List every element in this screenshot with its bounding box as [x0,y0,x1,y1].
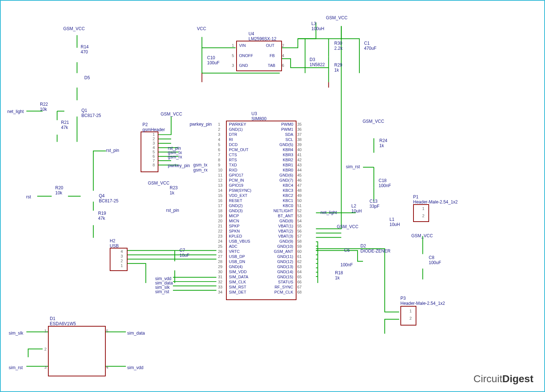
u3-pin-64: 64 [297,270,302,274]
u3-pinname-51: KBC0 [266,203,293,208]
val-R23: 1k [170,190,174,195]
val-L2: 10uH [351,209,362,214]
u3-pin-66: 66 [297,280,302,284]
comp-H2 [110,248,128,271]
logo: CircuitDigest [473,373,533,385]
u3-pin-9: 9 [218,163,220,167]
u3-pinname-68: PCM_CLK [266,290,293,294]
u3-pinname-53: BT_ANT [266,214,293,218]
u3-pinname-42: KBR2 [266,158,293,162]
u3-pin-37: 37 [297,132,302,137]
u3-pin-35: 35 [297,122,302,126]
u3-pin-42: 42 [297,158,302,162]
u3-pinname-29: GND(4) [229,264,243,269]
u3-pinname-39: GND(5) [266,142,293,147]
u3-pin-32: 32 [218,280,222,284]
u3-pin-34: 34 [218,290,222,294]
u3-pin-16: 16 [218,198,222,203]
u3-pin-40: 40 [297,147,302,152]
val-R20: 10k [55,190,62,195]
u3-pin-2: 2 [218,127,220,132]
net-pwrkey-1: pwrkey_pin [168,163,190,168]
ref-R19: R19 [98,211,106,216]
u3-pinname-3: DTR [229,132,237,137]
ref-R22: R22 [40,102,48,107]
u3-pinname-61: GND(11) [266,254,293,259]
u3-pinname-66: STATUS [266,280,293,284]
u3-pinname-28: USB_DN [229,259,245,264]
val-R24: 1k [379,143,384,148]
u3-pin-52: 52 [297,209,302,213]
ref-P1: P1 [413,194,419,199]
u3-pinname-65: GND(15) [266,275,293,279]
ref-D1: D1 [50,316,55,321]
val-U3: SIM800 [251,116,266,121]
u3-pin-58: 58 [297,239,302,243]
u3-pinname-54: GND(8) [266,219,293,223]
u3-pinname-23: KPLED [229,234,242,238]
pwr-gsmvcc-6: GSM_VCC [337,224,358,229]
u3-pin-45: 45 [297,173,302,177]
u3-pinname-30: SIM_VDD [229,270,247,274]
u3-pin-10: 10 [218,168,222,172]
schematic-canvas: GSM_VCC R14 470 D5 R22 10k net_light Q1 … [1,1,544,391]
val-C10: 100uF [207,60,219,65]
u3-pinname-47: KBC4 [266,183,293,187]
pwr-gsmvcc-1: GSM_VCC [63,26,85,31]
ref-P2: P2 [142,122,148,127]
u3-pinname-13: GPIO19 [229,183,243,187]
u3-pin-36: 36 [297,127,302,132]
val-R14: 470 [81,49,88,54]
u3-pin-29: 29 [218,264,222,269]
u3-pinname-15: VDD_EXT [229,193,247,198]
u3-pinname-44: KBR0 [266,168,293,172]
val-R30: 2.2k [334,46,343,51]
u3-pin-11: 11 [218,173,222,177]
net-simrst-3: sim_rst [9,365,23,370]
u3-pin-31: 31 [218,275,222,279]
val-R19: 47k [98,216,105,221]
val-R22: 10k [40,107,47,112]
u3-pin-19: 19 [218,214,222,218]
u3-pin-43: 43 [297,163,302,167]
u3-pin-18: 18 [218,209,222,213]
net-rst: rst [26,194,31,199]
u3-pinname-43: KBR1 [266,163,293,167]
pwr-gsmvcc-4: GSM_VCC [326,15,347,20]
val-P3: Header-Male-2.54_1x2 [400,301,445,306]
val-P2: gsmHeader [142,127,165,132]
ref-D2: D2 [360,243,366,248]
ref-C13: C13 [370,199,378,204]
u3-pin-1: 1 [218,122,220,126]
comp-P1 [413,204,429,222]
u3-pin-7: 7 [218,153,220,157]
u3-pin-63: 63 [297,264,302,269]
comp-P2 [141,132,158,172]
u3-pin-25: 25 [218,244,222,248]
val-C8: 100uF [429,260,441,265]
u3-pin-48: 48 [297,188,302,193]
ref-Q4: Q4 [99,193,105,198]
u3-pinname-5: DCD [229,142,238,147]
u3-pin-26: 26 [218,249,222,254]
u3-pinname-49: KBC2 [266,193,293,198]
u3-pinname-41: KBR3 [266,153,293,157]
u3-pin-30: 30 [218,270,222,274]
val-R21: 47k [61,125,68,130]
val-C18: 100nF [379,183,391,188]
u3-pin-3: 3 [218,132,220,137]
u3-pin-21: 21 [218,224,222,228]
u3-pinname-64: GND(14) [266,270,293,274]
u3-pinname-12: PCM_IN [229,178,244,182]
val-C6: 100nF [340,262,353,267]
u3-pin-53: 53 [297,214,302,218]
u3-pinname-34: SIM_DET [229,290,246,294]
u3-pinname-37: SDA [266,132,293,137]
ref-D3: D3 [310,57,315,62]
net-gsmtx-2: gsm_tx [193,162,207,167]
ref-Q1: Q1 [81,108,87,113]
u3-pinname-45: GND(6) [266,173,293,177]
ref-U3: U3 [251,111,257,116]
val-C13: 33pF [370,204,379,209]
ref-L3: L3 [311,21,316,26]
